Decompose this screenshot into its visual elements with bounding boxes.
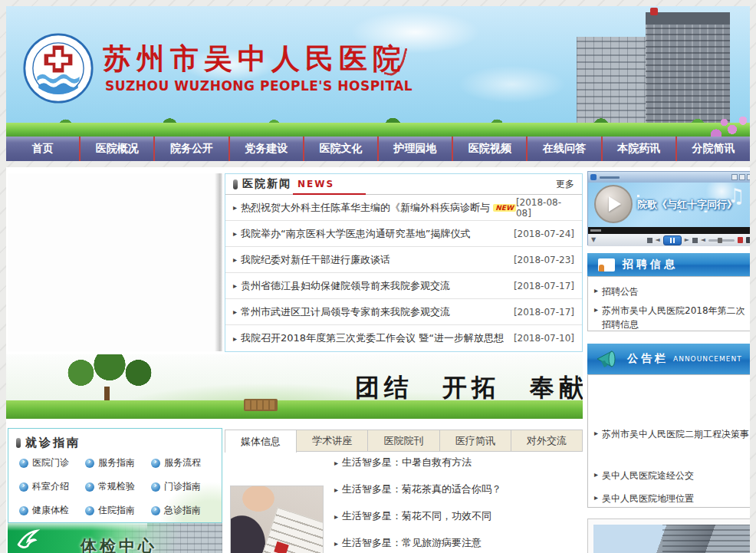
media-thumbnail-image[interactable]: [230, 486, 324, 553]
player-titlebar: [588, 172, 750, 183]
media-link[interactable]: 生活智多星：常见旅游病要注意: [342, 536, 482, 550]
pause-button[interactable]: [663, 235, 682, 245]
recruitment-link[interactable]: 苏州市吴中人民医院2018年第二次招聘信息: [602, 304, 749, 332]
previous-icon[interactable]: ◄: [656, 237, 660, 243]
arrow-bullet-icon: ▸: [594, 305, 598, 332]
recruitment-item: ▸ 招聘公告: [594, 285, 749, 299]
arrow-bullet-icon: ▸: [594, 470, 598, 483]
checkup-center-logo-icon: [14, 528, 40, 551]
media-link[interactable]: 生活智多星：中暑自救有方法: [342, 456, 472, 469]
section-bullet-icon: [233, 179, 238, 189]
main-nav: 首页 医院概况 院务公开 党务建设 医院文化 护理园地 医院视频 在线问答 本院…: [6, 137, 750, 161]
tab-medical-briefs[interactable]: 医疗简讯: [440, 430, 511, 451]
media-tabs: 媒体信息 学术讲座 医院院刊 医疗简讯 对外交流: [225, 430, 583, 452]
news-more-link[interactable]: 更多: [556, 178, 574, 191]
guide-link-routine-tests[interactable]: 常规检验: [85, 480, 151, 493]
arrow-bullet-icon: ▸: [334, 539, 338, 548]
guide-link-service-guide[interactable]: 服务指南: [85, 456, 151, 469]
news-link[interactable]: 热烈祝贺大外科主任陈革华主编的《新编外科疾病诊断与治: [241, 201, 490, 215]
nav-item-party-building[interactable]: 党务建设: [228, 137, 303, 161]
playlist-icon[interactable]: [692, 238, 698, 243]
tab-media-info[interactable]: 媒体信息: [225, 430, 297, 453]
news-title-en: NEWS: [297, 179, 334, 189]
announcement-link[interactable]: 苏州市吴中人民医院二期工程决策事: [602, 427, 749, 442]
announcement-item: ▸ 吴中人民医院地理位置: [594, 492, 750, 506]
guide-link-inpatient-guide[interactable]: 住院指南: [85, 504, 151, 517]
orb-bullet-icon: [85, 459, 94, 468]
checkup-center-label: 体检中心: [81, 535, 157, 553]
guide-link-health-checkup[interactable]: 健康体检: [19, 504, 85, 517]
maximize-icon[interactable]: [739, 174, 745, 180]
orb-bullet-icon: [19, 506, 28, 515]
visit-guide-header: 就诊指南: [8, 429, 222, 453]
recruitment-header[interactable]: 招聘信息: [587, 253, 750, 276]
orb-bullet-icon: [151, 506, 160, 515]
nav-item-public-affairs[interactable]: 院务公开: [153, 137, 228, 161]
volume-icon[interactable]: ◄: [701, 237, 705, 243]
guide-link-service-flow[interactable]: 服务流程: [151, 456, 217, 469]
news-row: ▸ 我院纪委对新任干部进行廉政谈话 [2018-07-23]: [225, 247, 582, 273]
tab-academic-lectures[interactable]: 学术讲座: [297, 430, 368, 451]
news-link[interactable]: 我院纪委对新任干部进行廉政谈话: [241, 253, 390, 267]
site-header: 苏州市吴中人民医院 SUZHOU WUZHONG PEOPLE'S HOSPIT…: [6, 6, 750, 137]
news-link[interactable]: 常州市武进区卫计局领导专家前来我院参观交流: [241, 305, 450, 319]
player-title-text: [600, 176, 620, 179]
player-video-area[interactable]: ♫ ♪ 院歌《与红十字同行》: [588, 183, 750, 227]
checkup-center-banner[interactable]: 体检中心: [8, 523, 222, 553]
news-link[interactable]: 贵州省德江县妇幼保健院领导前来我院参观交流: [241, 279, 450, 293]
volume-slider[interactable]: [708, 239, 735, 242]
guide-link-outpatient[interactable]: 医院门诊: [19, 456, 85, 469]
nav-item-overview[interactable]: 医院概况: [79, 137, 153, 161]
recruitment-title: 招聘信息: [623, 258, 678, 272]
arrow-bullet-icon: ▸: [233, 334, 237, 343]
tab-hospital-journal[interactable]: 医院院刊: [368, 430, 439, 451]
orb-bullet-icon: [85, 506, 94, 515]
visit-guide-title: 就诊指南: [25, 436, 81, 450]
next-icon[interactable]: ►: [685, 237, 689, 243]
record-icon[interactable]: [738, 237, 743, 243]
nav-item-branch-news[interactable]: 分院简讯: [675, 137, 750, 161]
recruitment-link[interactable]: 招聘公告: [602, 285, 639, 299]
media-list-item: ▸ 生活智多星：菊花茶真的适合你吗？: [334, 482, 501, 496]
nav-item-pharmacy-news[interactable]: 本院药讯: [601, 137, 675, 161]
hospital-intro-panel[interactable]: 医院简介: [587, 518, 750, 553]
news-row: ▸ 贵州省德江县妇幼保健院领导前来我院参观交流 [2018-07-17]: [225, 273, 582, 299]
news-link[interactable]: 我院举办“南京医科大学医患沟通研究基地”揭牌仪式: [241, 227, 470, 241]
player-status-bar: [588, 227, 750, 234]
nav-item-videos[interactable]: 医院视频: [452, 137, 526, 161]
news-date: [2018-07-23]: [514, 255, 574, 265]
media-link[interactable]: 生活智多星：菊花茶真的适合你吗？: [342, 482, 501, 496]
visit-guide-grid: 医院门诊 服务指南 服务流程 科室介绍 常规检验 门诊指南 健康体检 住院指南 …: [8, 453, 222, 517]
nav-item-home[interactable]: 首页: [6, 137, 79, 161]
building-roof: [646, 12, 730, 25]
play-button[interactable]: [594, 185, 633, 223]
announcement-link[interactable]: 吴中人民医院途经公交: [602, 469, 694, 483]
slogan-banner: 团结 开拓 奉献: [6, 354, 583, 419]
minimize-icon[interactable]: [731, 174, 738, 180]
guide-link-outpatient-guide[interactable]: 门诊指南: [151, 480, 217, 493]
guide-link-emergency-guide[interactable]: 急诊指南: [151, 504, 217, 517]
tab-external-exchange[interactable]: 对外交流: [511, 430, 583, 451]
stop-icon[interactable]: [647, 238, 652, 243]
news-link[interactable]: 我院召开2018年度第三次党委工作会议 暨“进一步解放思想: [241, 331, 504, 345]
volume-knob[interactable]: [718, 238, 722, 243]
announcement-header[interactable]: 公告栏 ANNOUNCEMENT: [587, 344, 750, 374]
announcement-megaphone-icon: [595, 349, 621, 369]
settings-icon[interactable]: [746, 237, 750, 243]
announcement-item: ▸ 苏州市吴中人民医院二期工程决策事: [594, 427, 750, 442]
nav-item-online-qa[interactable]: 在线问答: [526, 137, 600, 161]
close-icon[interactable]: [747, 174, 750, 180]
arrow-bullet-icon: ▸: [334, 486, 338, 494]
nav-item-culture[interactable]: 医院文化: [303, 137, 377, 161]
orb-bullet-icon: [19, 459, 28, 468]
image-slider-placeholder[interactable]: [8, 173, 221, 351]
hospital-intro-image: 医院简介: [593, 525, 750, 553]
announcement-link[interactable]: 吴中人民医院地理位置: [602, 492, 694, 506]
visit-guide-panel: 就诊指南 医院门诊 服务指南 服务流程 科室介绍 常规检验 门诊指南 健康体检 …: [8, 428, 222, 523]
nav-item-nursing[interactable]: 护理园地: [377, 137, 452, 161]
header-flowers: [695, 101, 748, 137]
dropdown-icon[interactable]: ▼: [591, 237, 596, 243]
media-link[interactable]: 生活智多星：菊花不同，功效不同: [342, 509, 491, 523]
news-date: [2018-07-10]: [514, 333, 574, 344]
guide-link-departments[interactable]: 科室介绍: [19, 480, 85, 493]
